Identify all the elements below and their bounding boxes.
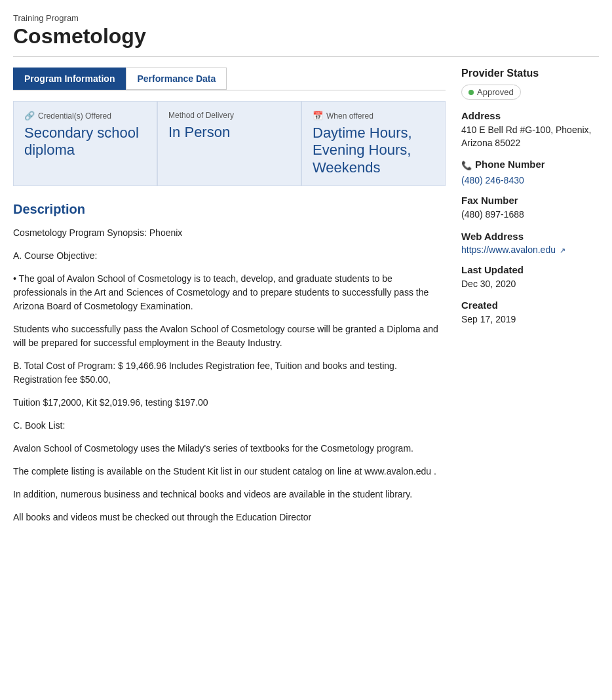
created-label: Created [461,300,599,311]
when-offered-value: Daytime Hours, Evening Hours, Weekends [313,125,434,176]
credentials-label: 🔗 Credential(s) Offered [24,111,146,121]
description-paragraph: The complete listing is available on the… [13,465,446,478]
delivery-label: Method of Delivery [168,111,290,120]
tab-program-information[interactable]: Program Information [13,68,126,90]
created-value: Sep 17, 2019 [461,313,599,326]
web-label: Web Address [461,231,599,242]
when-offered-card: 📅 When offered Daytime Hours, Evening Ho… [301,101,446,186]
created-section: Created Sep 17, 2019 [461,300,599,326]
page-header: Training Program Cosmetology [13,13,599,57]
status-badge-text: Approved [477,87,514,97]
phone-value[interactable]: (480) 246-8430 [461,175,524,185]
calendar-icon: 📅 [313,111,323,121]
description-paragraph: Students who successfully pass the Avalo… [13,322,446,350]
description-paragraph: B. Total Cost of Program: $ 19,466.96 In… [13,359,446,387]
last-updated-label: Last Updated [461,264,599,275]
description-body: Cosmetology Program Synopsis: PhoenixA. … [13,226,446,524]
description-paragraph: Tuition $17,2000, Kit $2,019.96, testing… [13,396,446,410]
provider-status-label: Provider Status [461,68,599,79]
credentials-value: Secondary school diploma [24,125,146,159]
description-title: Description [13,202,446,217]
last-updated-section: Last Updated Dec 30, 2020 [461,264,599,291]
web-value[interactable]: https://www.avalon.edu [461,244,556,255]
info-cards: 🔗 Credential(s) Offered Secondary school… [13,101,446,186]
credentials-card: 🔗 Credential(s) Offered Secondary school… [13,101,157,186]
page-title: Cosmetology [13,24,599,49]
address-label: Address [461,110,599,121]
web-section: Web Address https://www.avalon.edu ↗ [461,231,599,255]
description-paragraph: Avalon School of Cosmetology uses the Mi… [13,442,446,456]
fax-label: Fax Number [461,195,599,206]
when-offered-label: 📅 When offered [313,111,434,121]
phone-label-row: 📞 Phone Number [461,159,599,172]
sidebar: Provider Status Approved Address 410 E B… [461,68,599,534]
phone-icon: 📞 [461,161,472,170]
phone-label: Phone Number [475,159,545,170]
page-subtitle: Training Program [13,13,599,23]
main-content: Program Information Performance Data 🔗 C… [13,68,446,534]
description-paragraph: Cosmetology Program Synopsis: Phoenix [13,226,446,240]
delivery-value: In Person [168,124,290,141]
phone-section: 📞 Phone Number (480) 246-8430 [461,159,599,185]
description-paragraph: • The goal of Avalon School of Cosmetolo… [13,272,446,313]
delivery-card: Method of Delivery In Person [157,101,301,186]
external-link-icon: ↗ [560,246,565,255]
description-paragraph: C. Book List: [13,419,446,433]
fax-value: (480) 897-1688 [461,208,599,222]
description-paragraph: All books and videos must be checked out… [13,511,446,524]
status-badge: Approved [461,85,521,100]
tabs-bar: Program Information Performance Data [13,68,446,90]
tab-performance-data[interactable]: Performance Data [126,68,227,90]
description-paragraph: A. Course Objective: [13,249,446,263]
last-updated-value: Dec 30, 2020 [461,278,599,291]
address-section: Address 410 E Bell Rd #G-100, Phoenix, A… [461,110,599,149]
address-value: 410 E Bell Rd #G-100, Phoenix, Arizona 8… [461,124,599,149]
status-dot-icon [469,90,474,95]
credential-icon: 🔗 [24,111,35,121]
fax-section: Fax Number (480) 897-1688 [461,195,599,222]
description-paragraph: In addition, numerous business and techn… [13,488,446,501]
